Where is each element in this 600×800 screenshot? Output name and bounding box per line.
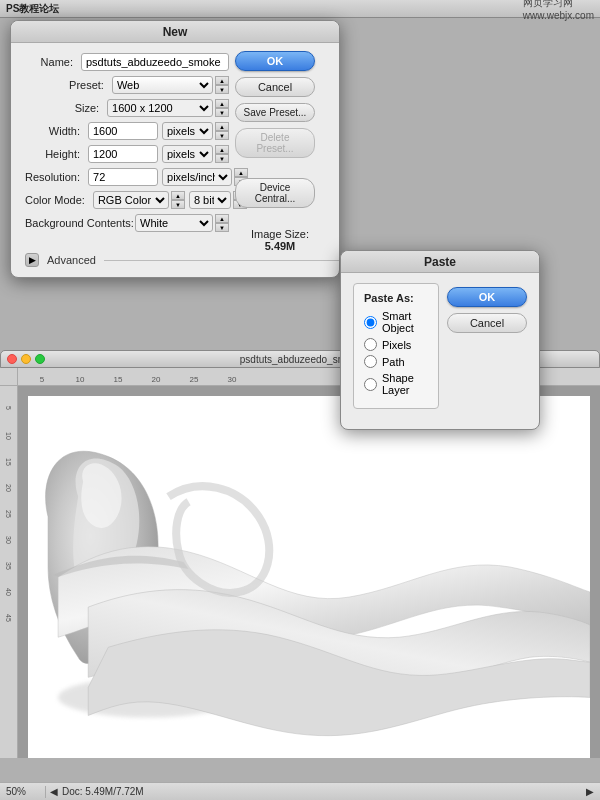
advanced-toggle[interactable]: ▶ bbox=[25, 253, 39, 267]
name-label: Name: bbox=[25, 56, 81, 68]
bg-select[interactable]: White bbox=[135, 214, 213, 232]
ruler-corner bbox=[0, 368, 18, 386]
minimize-button[interactable] bbox=[21, 354, 31, 364]
radio-path-row: Path bbox=[364, 355, 428, 368]
paste-cancel-button[interactable]: Cancel bbox=[447, 313, 527, 333]
preset-row: Preset: Web ▲ ▼ bbox=[25, 76, 229, 94]
height-unit-select[interactable]: pixels bbox=[162, 145, 213, 163]
radio-smart-object-label: Smart Object bbox=[382, 310, 428, 334]
preset-select[interactable]: Web bbox=[112, 76, 213, 94]
size-down-btn[interactable]: ▼ bbox=[215, 108, 229, 117]
resolution-input[interactable] bbox=[88, 168, 158, 186]
traffic-lights bbox=[7, 354, 45, 364]
radio-shape-layer-row: Shape Layer bbox=[364, 372, 428, 396]
bg-label: Background Contents: bbox=[25, 217, 135, 229]
radio-shape-layer[interactable] bbox=[364, 378, 377, 391]
advanced-divider bbox=[104, 260, 339, 261]
radio-pixels[interactable] bbox=[364, 338, 377, 351]
colormode-row: Color Mode: RGB Color ▲ ▼ 8 bit ▲ ▼ bbox=[25, 191, 229, 209]
width-row: Width: pixels ▲ ▼ bbox=[25, 122, 229, 140]
height-label: Height: bbox=[25, 148, 88, 160]
preset-up-btn[interactable]: ▲ bbox=[215, 76, 229, 85]
colormode-select[interactable]: RGB Color bbox=[93, 191, 169, 209]
size-row: Size: 1600 x 1200 ▲ ▼ bbox=[25, 99, 229, 117]
status-separator bbox=[45, 786, 46, 798]
status-doc-info: Doc: 5.49M/7.72M bbox=[62, 786, 586, 797]
advanced-label: Advanced bbox=[47, 254, 96, 266]
close-button[interactable] bbox=[7, 354, 17, 364]
height-down-btn[interactable]: ▼ bbox=[215, 154, 229, 163]
size-stepper[interactable]: ▲ ▼ bbox=[215, 99, 229, 117]
width-stepper[interactable]: ▲ ▼ bbox=[215, 122, 229, 140]
resolution-row: Resolution: pixels/inch ▲ ▼ bbox=[25, 168, 229, 186]
colormode-stepper1[interactable]: ▲ ▼ bbox=[171, 191, 185, 209]
preset-stepper[interactable]: ▲ ▼ bbox=[215, 76, 229, 94]
resolution-unit-select[interactable]: pixels/inch bbox=[162, 168, 232, 186]
radio-smart-object[interactable] bbox=[364, 316, 377, 329]
colormode-up-btn[interactable]: ▲ bbox=[171, 191, 185, 200]
paste-dialog-titlebar: Paste bbox=[341, 251, 539, 273]
width-unit-select[interactable]: pixels bbox=[162, 122, 213, 140]
new-save-preset-button[interactable]: Save Preset... bbox=[235, 103, 315, 122]
ruler-left: 5 10 15 20 25 30 35 40 45 bbox=[0, 386, 18, 758]
size-select[interactable]: 1600 x 1200 bbox=[107, 99, 213, 117]
radio-smart-object-row: Smart Object bbox=[364, 310, 428, 334]
paste-as-group: Paste As: Smart Object Pixels Path Shape… bbox=[353, 283, 439, 409]
bg-down-btn[interactable]: ▼ bbox=[215, 223, 229, 232]
radio-shape-layer-label: Shape Layer bbox=[382, 372, 428, 396]
paste-dialog: Paste Paste As: Smart Object Pixels Path bbox=[340, 250, 540, 430]
image-size-value: 5.49M bbox=[235, 240, 325, 252]
radio-pixels-row: Pixels bbox=[364, 338, 428, 351]
top-bar-logo: PS教程论坛 bbox=[6, 2, 59, 16]
status-prev-arrow[interactable]: ◀ bbox=[50, 786, 58, 797]
size-label: Size: bbox=[25, 102, 107, 114]
bg-up-btn[interactable]: ▲ bbox=[215, 214, 229, 223]
status-zoom: 50% bbox=[6, 786, 41, 797]
new-device-central-button[interactable]: Device Central... bbox=[235, 178, 315, 208]
canvas-content bbox=[18, 386, 600, 758]
smoke-visualization bbox=[28, 396, 590, 758]
width-input[interactable] bbox=[88, 122, 158, 140]
height-stepper[interactable]: ▲ ▼ bbox=[215, 145, 229, 163]
width-down-btn[interactable]: ▼ bbox=[215, 131, 229, 140]
new-dialog-buttons: OK Cancel Save Preset... Delete Preset..… bbox=[235, 51, 325, 252]
radio-path-label: Path bbox=[382, 356, 405, 368]
preset-down-btn[interactable]: ▼ bbox=[215, 85, 229, 94]
new-dialog-titlebar: New bbox=[11, 21, 339, 43]
height-up-btn[interactable]: ▲ bbox=[215, 145, 229, 154]
new-cancel-button[interactable]: Cancel bbox=[235, 77, 315, 97]
paste-dialog-buttons: OK Cancel bbox=[447, 287, 527, 333]
resolution-label: Resolution: bbox=[25, 171, 88, 183]
canvas-white bbox=[28, 396, 590, 758]
new-dialog-title: New bbox=[163, 25, 188, 39]
width-up-btn[interactable]: ▲ bbox=[215, 122, 229, 131]
status-next-arrow[interactable]: ▶ bbox=[586, 786, 594, 797]
bg-stepper[interactable]: ▲ ▼ bbox=[215, 214, 229, 232]
colordepth-select[interactable]: 8 bit bbox=[189, 191, 231, 209]
maximize-button[interactable] bbox=[35, 354, 45, 364]
top-bar-right: 网页学习网 www.webjx.com bbox=[523, 0, 594, 21]
image-size-label: Image Size: bbox=[235, 228, 325, 240]
paste-as-label: Paste As: bbox=[364, 292, 428, 304]
status-bar: 50% ◀ Doc: 5.49M/7.72M ▶ bbox=[0, 782, 600, 800]
colormode-label: Color Mode: bbox=[25, 194, 93, 206]
colormode-down-btn[interactable]: ▼ bbox=[171, 200, 185, 209]
image-size-area: Image Size: 5.49M bbox=[235, 228, 325, 252]
name-row: Name: bbox=[25, 53, 229, 71]
new-dialog: New Name: Preset: Web ▲ ▼ Size: 1600 x 1 bbox=[10, 20, 340, 278]
height-input[interactable] bbox=[88, 145, 158, 163]
advanced-row: ▶ Advanced bbox=[25, 253, 339, 267]
bg-row: Background Contents: White ▲ ▼ bbox=[25, 214, 229, 232]
height-row: Height: pixels ▲ ▼ bbox=[25, 145, 229, 163]
paste-dialog-title: Paste bbox=[424, 255, 456, 269]
radio-path[interactable] bbox=[364, 355, 377, 368]
name-input[interactable] bbox=[81, 53, 229, 71]
new-ok-button[interactable]: OK bbox=[235, 51, 315, 71]
preset-label: Preset: bbox=[25, 79, 112, 91]
size-up-btn[interactable]: ▲ bbox=[215, 99, 229, 108]
paste-dialog-body: Paste As: Smart Object Pixels Path Shape… bbox=[341, 273, 539, 429]
radio-pixels-label: Pixels bbox=[382, 339, 411, 351]
new-delete-preset-button: Delete Preset... bbox=[235, 128, 315, 158]
width-label: Width: bbox=[25, 125, 88, 137]
paste-ok-button[interactable]: OK bbox=[447, 287, 527, 307]
